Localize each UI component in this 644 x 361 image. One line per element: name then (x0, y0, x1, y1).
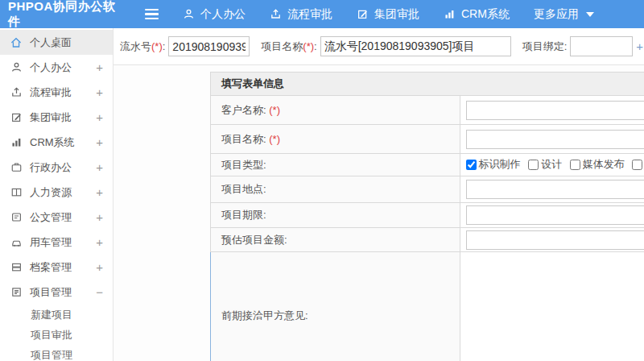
sidebar-item-vehicle-management[interactable]: 用车管理 + (0, 230, 113, 255)
project-bind-label: 项目绑定: (522, 39, 568, 54)
project-term-label: 项目期限: (211, 203, 460, 228)
topnav-process-approval[interactable]: 流程审批 (270, 7, 332, 22)
add-binding-icon[interactable]: + (636, 40, 643, 52)
checkbox-media-release[interactable]: 媒体发布 (570, 157, 625, 172)
sidebar-item-personal-office[interactable]: 个人办公 + (0, 55, 113, 80)
open-book-icon (10, 186, 23, 199)
customer-name-label: 客户名称: (*) (211, 96, 460, 125)
person-icon (183, 8, 195, 20)
expand-plus[interactable]: + (96, 60, 103, 74)
table-row: 项目地点: (211, 176, 644, 203)
table-row: 预估项目金额: (211, 228, 644, 252)
checkbox-input[interactable] (466, 160, 477, 170)
checkbox-replacement[interactable]: 置换 (632, 157, 644, 172)
top-navigation: 个人办公 流程审批 集团审批 CRM系统 更多应用 (183, 7, 594, 22)
sidebar-subitem-project-management[interactable]: 项目管理 (0, 345, 113, 361)
expand-plus[interactable]: + (96, 210, 103, 224)
topnav-crm-system[interactable]: CRM系统 (444, 7, 510, 22)
upload-arrow-icon (270, 8, 282, 20)
topnav-more-apps[interactable]: 更多应用 (534, 7, 594, 22)
pre-contact-opinion-label: 前期接洽甲方意见: (211, 252, 460, 361)
car-icon (10, 236, 23, 249)
checkbox-input[interactable] (632, 160, 642, 170)
project-location-label: 项目地点: (211, 176, 460, 203)
expand-plus[interactable]: + (96, 260, 103, 274)
project-term-input[interactable] (466, 205, 644, 225)
bar-chart-icon (10, 136, 23, 149)
hamburger-menu-icon[interactable] (145, 9, 159, 19)
serial-number-input[interactable] (168, 36, 250, 56)
header-field-strip: 流水号(*): 项目名称(*): 项目绑定: + (114, 28, 644, 65)
sidebar-item-process-approval[interactable]: 流程审批 + (0, 80, 113, 105)
expand-plus[interactable]: + (96, 110, 103, 124)
estimated-amount-input[interactable] (466, 230, 644, 250)
clipboard-list-icon (10, 286, 23, 299)
project-type-label: 项目类型: (211, 154, 460, 176)
expand-plus[interactable]: + (96, 185, 103, 199)
bar-chart-icon (444, 8, 456, 20)
expand-plus[interactable]: + (96, 85, 103, 99)
sidebar-item-archive-management[interactable]: 档案管理 + (0, 255, 113, 280)
collapse-minus[interactable]: − (96, 285, 103, 299)
checkbox-sign-making[interactable]: 标识制作 (466, 157, 521, 172)
customer-name-input[interactable] (466, 101, 644, 120)
pre-contact-opinion-textarea[interactable] (466, 255, 644, 361)
project-type-options: 标识制作 设计 媒体发布 置换 (460, 154, 644, 176)
person-icon (10, 61, 23, 74)
table-row: 项目期限: (211, 203, 644, 228)
app-logo: PHPOA协同办公软件 (0, 0, 127, 30)
sidebar-item-crm-system[interactable]: CRM系统 + (0, 130, 113, 155)
serial-number-label: 流水号(*): (120, 39, 165, 54)
expand-plus[interactable]: + (96, 160, 103, 174)
sidebar-item-personal-desktop[interactable]: 个人桌面 (0, 30, 113, 55)
document-icon (10, 211, 23, 224)
checkbox-design[interactable]: 设计 (528, 157, 562, 172)
project-location-input[interactable] (466, 180, 644, 199)
home-icon (10, 36, 23, 49)
project-name-label: 项目名称(*): (261, 39, 316, 54)
project-bind-input[interactable] (570, 36, 633, 56)
caret-down-icon (586, 12, 594, 17)
table-row: 客户名称: (*) (211, 96, 644, 125)
sidebar-item-admin-office[interactable]: 行政办公 + (0, 155, 113, 180)
upload-arrow-icon (10, 86, 23, 99)
sidebar-item-project-management[interactable]: 项目管理 − (0, 280, 113, 305)
form-section-title: 填写表单信息 (211, 73, 644, 96)
archive-icon (10, 261, 23, 274)
sidebar-item-human-resources[interactable]: 人力资源 + (0, 180, 113, 205)
sidebar-item-document-management[interactable]: 公文管理 + (0, 205, 113, 230)
sidebar-item-group-approval[interactable]: 集团审批 + (0, 105, 113, 130)
estimated-amount-label: 预估项目金额: (211, 228, 460, 252)
expand-plus[interactable]: + (96, 235, 103, 249)
project-name-field-label: 项目名称: (*) (211, 125, 460, 154)
topbar: PHPOA协同办公软件 个人办公 流程审批 集团审批 CRM系统 更多应用 (0, 0, 644, 28)
table-row: 前期接洽甲方意见: (211, 252, 644, 361)
topnav-personal-office[interactable]: 个人办公 (183, 7, 246, 22)
table-row: 项目类型: 标识制作 设计 媒体发布 置换 (211, 154, 644, 176)
checkbox-input[interactable] (570, 160, 580, 170)
expand-plus[interactable]: + (96, 135, 103, 149)
edit-icon (10, 111, 23, 124)
project-name-field-input[interactable] (466, 130, 644, 149)
sidebar-subitem-new-project[interactable]: 新建项目 (0, 305, 113, 325)
project-form-table: 填写表单信息 客户名称: (*) 项目名称: (*) 项目类型: 标识制作 设计… (210, 72, 644, 361)
edit-icon (357, 8, 369, 20)
sidebar-subitem-project-approval[interactable]: 项目审批 (0, 325, 113, 345)
briefcase-icon (10, 161, 23, 174)
checkbox-input[interactable] (528, 160, 539, 170)
topnav-group-approval[interactable]: 集团审批 (357, 7, 419, 22)
project-name-input[interactable] (320, 36, 511, 56)
sidebar: 个人桌面 个人办公 + 流程审批 + 集团审批 + CRM系统 + 行政办公 +… (0, 28, 114, 361)
main-content: 流水号(*): 项目名称(*): 项目绑定: + 填写表单信息 客户名称: (*… (114, 28, 644, 361)
form-section-header: 填写表单信息 (211, 73, 644, 96)
table-row: 项目名称: (*) (211, 125, 644, 154)
